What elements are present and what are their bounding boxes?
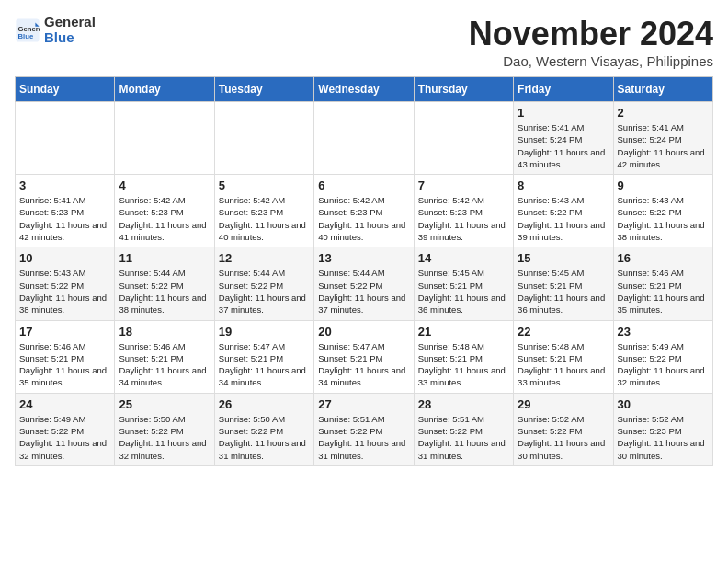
day-info: Sunrise: 5:42 AM Sunset: 5:23 PM Dayligh… <box>219 194 310 243</box>
logo-line2: Blue <box>44 30 96 46</box>
day-number: 1 <box>518 106 609 120</box>
calendar-cell <box>214 102 313 175</box>
day-number: 16 <box>618 251 709 265</box>
day-number: 12 <box>219 251 310 265</box>
logo: General Blue General Blue <box>15 15 96 45</box>
day-info: Sunrise: 5:41 AM Sunset: 5:24 PM Dayligh… <box>618 121 709 170</box>
day-number: 15 <box>518 251 609 265</box>
weekday-header-friday: Friday <box>514 77 613 102</box>
day-info: Sunrise: 5:42 AM Sunset: 5:23 PM Dayligh… <box>119 194 210 243</box>
day-info: Sunrise: 5:43 AM Sunset: 5:22 PM Dayligh… <box>19 267 110 316</box>
weekday-header-saturday: Saturday <box>613 77 712 102</box>
calendar-cell: 1Sunrise: 5:41 AM Sunset: 5:24 PM Daylig… <box>514 102 613 175</box>
day-number: 24 <box>19 397 110 411</box>
day-info: Sunrise: 5:49 AM Sunset: 5:22 PM Dayligh… <box>19 413 110 462</box>
day-info: Sunrise: 5:51 AM Sunset: 5:22 PM Dayligh… <box>318 413 409 462</box>
day-info: Sunrise: 5:48 AM Sunset: 5:21 PM Dayligh… <box>418 340 509 389</box>
day-info: Sunrise: 5:50 AM Sunset: 5:22 PM Dayligh… <box>219 413 310 462</box>
day-number: 5 <box>219 178 310 192</box>
day-number: 29 <box>518 397 609 411</box>
day-info: Sunrise: 5:44 AM Sunset: 5:22 PM Dayligh… <box>318 267 409 316</box>
calendar-cell <box>414 102 513 175</box>
day-info: Sunrise: 5:48 AM Sunset: 5:21 PM Dayligh… <box>518 340 609 389</box>
day-number: 14 <box>418 251 509 265</box>
day-number: 13 <box>318 251 409 265</box>
day-info: Sunrise: 5:42 AM Sunset: 5:23 PM Dayligh… <box>318 194 409 243</box>
calendar-cell: 8Sunrise: 5:43 AM Sunset: 5:22 PM Daylig… <box>514 175 613 247</box>
day-number: 8 <box>518 178 609 192</box>
calendar-cell: 19Sunrise: 5:47 AM Sunset: 5:21 PM Dayli… <box>214 320 313 393</box>
day-info: Sunrise: 5:47 AM Sunset: 5:21 PM Dayligh… <box>318 340 409 389</box>
weekday-header-wednesday: Wednesday <box>314 77 414 102</box>
page-header: General Blue General Blue November 2024 … <box>15 15 713 69</box>
calendar-cell: 12Sunrise: 5:44 AM Sunset: 5:22 PM Dayli… <box>214 247 313 320</box>
day-number: 17 <box>19 325 110 339</box>
calendar-cell <box>16 102 115 175</box>
calendar-cell: 30Sunrise: 5:52 AM Sunset: 5:23 PM Dayli… <box>613 393 712 465</box>
day-number: 25 <box>119 397 210 411</box>
calendar-cell: 18Sunrise: 5:46 AM Sunset: 5:21 PM Dayli… <box>115 320 214 393</box>
calendar-cell: 9Sunrise: 5:43 AM Sunset: 5:22 PM Daylig… <box>613 175 712 247</box>
day-info: Sunrise: 5:46 AM Sunset: 5:21 PM Dayligh… <box>119 340 210 389</box>
logo-line1: General <box>44 15 96 30</box>
calendar-cell: 28Sunrise: 5:51 AM Sunset: 5:22 PM Dayli… <box>414 393 513 465</box>
day-number: 26 <box>219 397 310 411</box>
calendar-cell: 20Sunrise: 5:47 AM Sunset: 5:21 PM Dayli… <box>314 320 414 393</box>
svg-text:Blue: Blue <box>18 32 34 40</box>
day-number: 30 <box>618 397 709 411</box>
day-info: Sunrise: 5:45 AM Sunset: 5:21 PM Dayligh… <box>518 267 609 316</box>
weekday-header-tuesday: Tuesday <box>214 77 313 102</box>
title-block: November 2024 Dao, Western Visayas, Phil… <box>469 15 713 69</box>
day-number: 4 <box>119 178 210 192</box>
calendar-cell: 22Sunrise: 5:48 AM Sunset: 5:21 PM Dayli… <box>514 320 613 393</box>
calendar-cell: 10Sunrise: 5:43 AM Sunset: 5:22 PM Dayli… <box>16 247 115 320</box>
calendar-week-4: 17Sunrise: 5:46 AM Sunset: 5:21 PM Dayli… <box>16 320 713 393</box>
calendar-cell: 11Sunrise: 5:44 AM Sunset: 5:22 PM Dayli… <box>115 247 214 320</box>
calendar-cell: 24Sunrise: 5:49 AM Sunset: 5:22 PM Dayli… <box>16 393 115 465</box>
calendar-cell: 27Sunrise: 5:51 AM Sunset: 5:22 PM Dayli… <box>314 393 414 465</box>
day-info: Sunrise: 5:50 AM Sunset: 5:22 PM Dayligh… <box>119 413 210 462</box>
day-info: Sunrise: 5:45 AM Sunset: 5:21 PM Dayligh… <box>418 267 509 316</box>
day-info: Sunrise: 5:51 AM Sunset: 5:22 PM Dayligh… <box>418 413 509 462</box>
calendar-cell: 23Sunrise: 5:49 AM Sunset: 5:22 PM Dayli… <box>613 320 712 393</box>
calendar-week-3: 10Sunrise: 5:43 AM Sunset: 5:22 PM Dayli… <box>16 247 713 320</box>
day-info: Sunrise: 5:43 AM Sunset: 5:22 PM Dayligh… <box>618 194 709 243</box>
day-number: 10 <box>19 251 110 265</box>
logo-text: General Blue <box>44 15 96 45</box>
day-info: Sunrise: 5:52 AM Sunset: 5:22 PM Dayligh… <box>518 413 609 462</box>
calendar-cell: 29Sunrise: 5:52 AM Sunset: 5:22 PM Dayli… <box>514 393 613 465</box>
calendar-table: SundayMondayTuesdayWednesdayThursdayFrid… <box>15 76 713 466</box>
day-info: Sunrise: 5:44 AM Sunset: 5:22 PM Dayligh… <box>119 267 210 316</box>
calendar-cell: 5Sunrise: 5:42 AM Sunset: 5:23 PM Daylig… <box>214 175 313 247</box>
day-number: 18 <box>119 325 210 339</box>
calendar-cell: 15Sunrise: 5:45 AM Sunset: 5:21 PM Dayli… <box>514 247 613 320</box>
calendar-cell <box>115 102 214 175</box>
day-info: Sunrise: 5:43 AM Sunset: 5:22 PM Dayligh… <box>518 194 609 243</box>
calendar-cell: 14Sunrise: 5:45 AM Sunset: 5:21 PM Dayli… <box>414 247 513 320</box>
day-info: Sunrise: 5:41 AM Sunset: 5:24 PM Dayligh… <box>518 121 609 170</box>
calendar-cell: 17Sunrise: 5:46 AM Sunset: 5:21 PM Dayli… <box>16 320 115 393</box>
calendar-cell: 13Sunrise: 5:44 AM Sunset: 5:22 PM Dayli… <box>314 247 414 320</box>
calendar-body: 1Sunrise: 5:41 AM Sunset: 5:24 PM Daylig… <box>16 102 713 466</box>
calendar-cell: 26Sunrise: 5:50 AM Sunset: 5:22 PM Dayli… <box>214 393 313 465</box>
day-number: 22 <box>518 325 609 339</box>
weekday-header-sunday: Sunday <box>16 77 115 102</box>
day-info: Sunrise: 5:42 AM Sunset: 5:23 PM Dayligh… <box>418 194 509 243</box>
day-info: Sunrise: 5:44 AM Sunset: 5:22 PM Dayligh… <box>219 267 310 316</box>
calendar-cell: 4Sunrise: 5:42 AM Sunset: 5:23 PM Daylig… <box>115 175 214 247</box>
day-number: 28 <box>418 397 509 411</box>
day-info: Sunrise: 5:47 AM Sunset: 5:21 PM Dayligh… <box>219 340 310 389</box>
day-info: Sunrise: 5:41 AM Sunset: 5:23 PM Dayligh… <box>19 194 110 243</box>
weekday-header-row: SundayMondayTuesdayWednesdayThursdayFrid… <box>16 77 713 102</box>
day-number: 11 <box>119 251 210 265</box>
day-info: Sunrise: 5:49 AM Sunset: 5:22 PM Dayligh… <box>618 340 709 389</box>
day-number: 9 <box>618 178 709 192</box>
calendar-week-5: 24Sunrise: 5:49 AM Sunset: 5:22 PM Dayli… <box>16 393 713 465</box>
day-number: 19 <box>219 325 310 339</box>
calendar-week-2: 3Sunrise: 5:41 AM Sunset: 5:23 PM Daylig… <box>16 175 713 247</box>
day-info: Sunrise: 5:46 AM Sunset: 5:21 PM Dayligh… <box>19 340 110 389</box>
calendar-cell: 3Sunrise: 5:41 AM Sunset: 5:23 PM Daylig… <box>16 175 115 247</box>
weekday-header-thursday: Thursday <box>414 77 513 102</box>
day-number: 20 <box>318 325 409 339</box>
day-number: 6 <box>318 178 409 192</box>
